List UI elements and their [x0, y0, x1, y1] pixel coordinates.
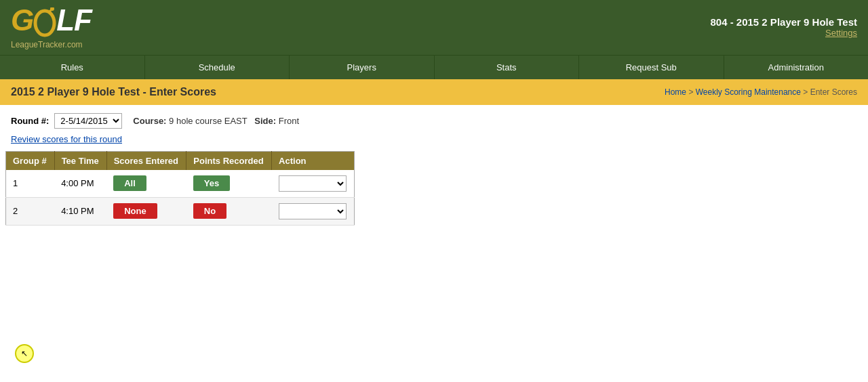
round-label: Round #: [11, 116, 49, 126]
round-select-wrapper[interactable]: 2-5/14/2015 [54, 113, 122, 129]
review-scores-link[interactable]: Review scores for this round [11, 134, 122, 144]
col-tee-time: Tee Time [54, 151, 106, 170]
breadcrumb-parent[interactable]: Weekly Scoring Maintenance [696, 87, 801, 97]
league-title: 804 - 2015 2 Player 9 Hole Test [710, 16, 857, 28]
cell-action-1 [272, 197, 355, 225]
cell-tee-time-1: 4:10 PM [54, 197, 106, 225]
table-body: 14:00 PMAllYes24:10 PMNoneNo [6, 170, 355, 226]
action-select-wrapper-1[interactable] [279, 203, 347, 219]
nav-item-request-sub[interactable]: Request Sub [579, 56, 724, 79]
col-action: Action [272, 151, 355, 170]
table-row: 24:10 PMNoneNo [6, 197, 355, 225]
cell-group-0: 1 [6, 170, 55, 198]
action-select-0[interactable] [279, 176, 346, 191]
nav-item-rules[interactable]: Rules [0, 56, 145, 79]
cell-points-recorded-1: No [186, 197, 272, 225]
table-row: 14:00 PMAllYes [6, 170, 355, 198]
logo-sub: LeagueTracker.com [11, 40, 92, 49]
header-right: 804 - 2015 2 Player 9 Hole Test Settings [710, 16, 857, 38]
cell-scores-entered-0: All [106, 170, 186, 198]
col-scores-entered: Scores Entered [106, 151, 186, 170]
scores-entered-btn-0[interactable]: All [113, 175, 146, 191]
page-title-bar: 2015 2 Player 9 Hole Test - Enter Scores… [0, 79, 868, 105]
round-area: Round #: 2-5/14/2015 Course: 9 hole cour… [0, 105, 868, 131]
course-info: Course: 9 hole course EAST Side: Front [133, 116, 299, 126]
scores-table-wrapper: Group # Tee Time Scores Entered Points R… [0, 151, 868, 226]
round-select[interactable]: 2-5/14/2015 [55, 114, 121, 128]
breadcrumb: Home > Weekly Scoring Maintenance > Ente… [665, 87, 857, 97]
col-group: Group # [6, 151, 55, 170]
side-value-text: Front [279, 116, 299, 126]
course-value-text: 9 hole course EAST [169, 116, 247, 126]
action-select-1[interactable] [279, 204, 346, 219]
navigation: Rules Schedule Players Stats Request Sub… [0, 55, 868, 79]
scores-entered-btn-1[interactable]: None [113, 203, 157, 219]
points-recorded-btn-1[interactable]: No [193, 203, 226, 219]
nav-item-administration[interactable]: Administration [724, 56, 869, 79]
course-label: Course: [133, 116, 166, 126]
breadcrumb-sep1: > [688, 87, 695, 97]
cell-points-recorded-0: Yes [186, 170, 272, 198]
header: G LF LeagueTracker.com 804 - 2015 2 Play… [0, 0, 868, 55]
nav-item-players[interactable]: Players [290, 56, 435, 79]
review-link-area: Review scores for this round [0, 131, 868, 151]
breadcrumb-home[interactable]: Home [665, 87, 686, 97]
side-label: Side: [254, 116, 276, 126]
nav-item-stats[interactable]: Stats [435, 56, 580, 79]
breadcrumb-sep2: > [803, 87, 810, 97]
cell-tee-time-0: 4:00 PM [54, 170, 106, 198]
cell-group-1: 2 [6, 197, 55, 225]
cell-scores-entered-1: None [106, 197, 186, 225]
table-header-row: Group # Tee Time Scores Entered Points R… [6, 151, 355, 170]
logo-text: G LF [11, 5, 92, 39]
nav-item-schedule[interactable]: Schedule [145, 56, 290, 79]
logo-area: G LF LeagueTracker.com [11, 5, 92, 49]
col-points-recorded: Points Recorded [186, 151, 272, 170]
page-title: 2015 2 Player 9 Hole Test - Enter Scores [11, 86, 216, 98]
logo-container: G LF LeagueTracker.com [11, 5, 92, 49]
settings-link[interactable]: Settings [710, 28, 857, 38]
action-select-wrapper-0[interactable] [279, 175, 347, 192]
cell-action-0 [272, 170, 355, 198]
scores-table: Group # Tee Time Scores Entered Points R… [5, 151, 355, 226]
svg-point-0 [35, 11, 54, 35]
breadcrumb-current: Enter Scores [810, 87, 857, 97]
points-recorded-btn-0[interactable]: Yes [193, 175, 230, 191]
